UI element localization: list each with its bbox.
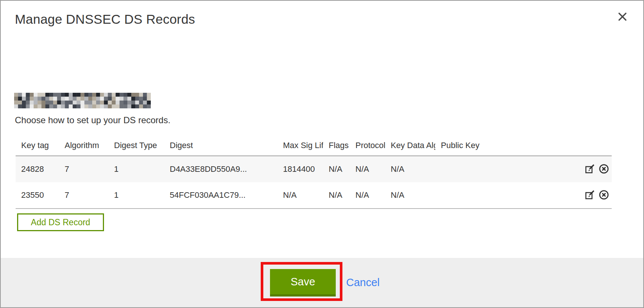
column-header: Flags [323,135,350,156]
edit-icon [584,163,595,174]
table-body: 2482871D4A33E8DD550A9...1814400N/AN/AN/A… [16,156,612,209]
table-cell: 1 [108,182,164,209]
table-cell: N/A [323,182,350,209]
column-header: Digest Type [108,135,164,156]
table-cell [435,182,575,209]
table-cell: N/A [350,182,385,209]
column-header: Key Data Alg [385,135,435,156]
pixelated-domain-mosaic [14,93,151,108]
redacted-domain-name [14,93,151,108]
annotation-highlight-box: Save [261,262,342,301]
table-cell: 23550 [16,182,59,209]
column-header: Public Key [435,135,575,156]
table-cell: N/A [277,182,323,209]
table-cell: 7 [59,182,108,209]
table-cell: N/A [350,156,385,182]
remove-record-button[interactable] [598,189,609,201]
modal-footer: Save Cancel [1,258,643,307]
edit-record-button[interactable] [584,189,595,201]
table-cell: N/A [323,156,350,182]
close-icon[interactable] [616,10,629,24]
table-header-row: Key tagAlgorithmDigest TypeDigestMax Sig… [16,135,612,156]
instruction-text: Choose how to set up your DS records. [15,115,170,125]
ds-records-table: Key tagAlgorithmDigest TypeDigestMax Sig… [16,135,612,209]
column-header: Max Sig Life [277,135,323,156]
page-title: Manage DNSSEC DS Records [15,12,195,27]
table-cell: N/A [385,182,435,209]
edit-record-button[interactable] [584,163,595,176]
actions-column-header [575,135,612,156]
table-header: Key tagAlgorithmDigest TypeDigestMax Sig… [16,135,612,156]
remove-icon [598,189,609,200]
table-cell: 24828 [16,156,59,182]
column-header: Protocol [350,135,385,156]
column-header: Key tag [16,135,59,156]
table-cell [435,156,575,182]
table-cell: 54FCF030AA1C79... [164,182,277,209]
row-actions [575,156,612,182]
table-cell: 1814400 [277,156,323,182]
close-x-icon [618,12,627,22]
table-cell: N/A [385,156,435,182]
table-row: 235507154FCF030AA1C79...N/AN/AN/AN/A [16,182,612,209]
cancel-link[interactable]: Cancel [346,276,380,289]
table-cell: 7 [59,156,108,182]
column-header: Algorithm [59,135,108,156]
dnssec-modal: Manage DNSSEC DS Records Choose how to s… [0,0,644,308]
row-actions [575,182,612,209]
table-cell: D4A33E8DD550A9... [164,156,277,182]
edit-icon [584,189,595,200]
table-row: 2482871D4A33E8DD550A9...1814400N/AN/AN/A [16,156,612,182]
remove-record-button[interactable] [598,163,609,176]
column-header: Digest [164,135,277,156]
save-button[interactable]: Save [270,269,336,296]
table-cell: 1 [108,156,164,182]
add-ds-record-button[interactable]: Add DS Record [17,213,104,231]
remove-icon [598,163,609,174]
